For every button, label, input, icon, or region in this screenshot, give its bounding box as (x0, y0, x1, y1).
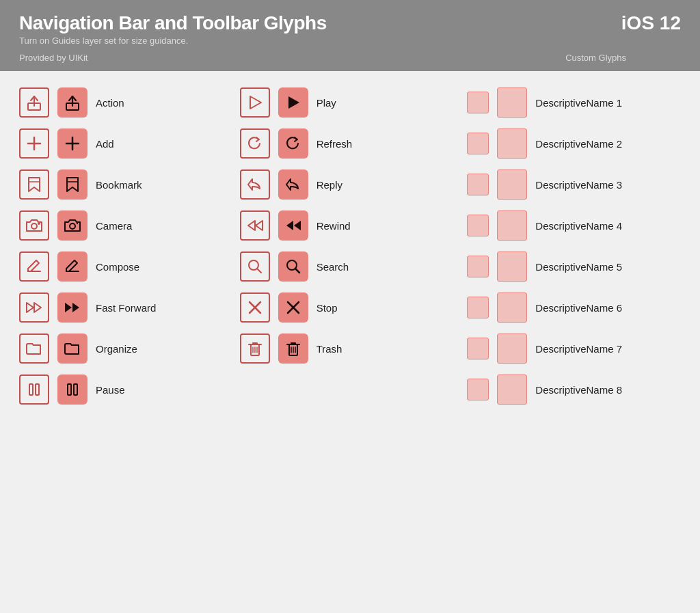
svg-marker-25 (288, 96, 299, 109)
list-item: Search (240, 246, 461, 287)
custom-small-box-3 (467, 174, 489, 195)
bookmark-outline-icon (19, 169, 49, 200)
list-item: DescriptiveName 4 (467, 205, 681, 246)
list-item: Stop (240, 287, 461, 328)
list-item: Refresh (240, 123, 461, 164)
custom-large-box-4 (497, 210, 527, 241)
custom-label-5: DescriptiveName 5 (535, 261, 622, 273)
custom-small-box-6 (467, 297, 489, 318)
list-item: DescriptiveName 6 (467, 287, 681, 328)
camera-label: Camera (96, 220, 132, 232)
custom-small-box-2 (467, 133, 489, 154)
reply-outline-icon (240, 169, 270, 200)
svg-marker-24 (250, 96, 261, 109)
list-item: Add (19, 123, 240, 164)
custom-small-box-5 (467, 256, 489, 277)
custom-small-box-7 (467, 338, 489, 359)
list-item: Compose (19, 246, 240, 287)
action-outline-icon (19, 87, 49, 118)
fast-forward-filled-icon (57, 292, 88, 323)
provided-by: Provided by UIKit (19, 53, 88, 63)
trash-filled-icon (278, 333, 308, 364)
custom-label-8: DescriptiveName 8 (535, 384, 622, 396)
search-filled-icon (278, 251, 308, 282)
custom-label-6: DescriptiveName 6 (535, 302, 622, 314)
add-label: Add (96, 138, 114, 150)
list-item: Organize (19, 328, 240, 369)
custom-large-box-1 (497, 87, 527, 118)
list-item: Action (19, 82, 240, 123)
list-item: Fast Forward (19, 287, 240, 328)
compose-outline-icon (19, 251, 49, 282)
custom-label-4: DescriptiveName 4 (535, 220, 622, 232)
add-outline-icon (19, 128, 49, 159)
list-item: DescriptiveName 8 (467, 369, 681, 410)
custom-large-box-2 (497, 128, 527, 159)
svg-marker-26 (248, 221, 255, 230)
bookmark-filled-icon (57, 169, 88, 200)
column-2: Play R (240, 82, 461, 410)
compose-label: Compose (96, 261, 139, 273)
custom-small-box-8 (467, 379, 489, 400)
svg-marker-19 (72, 303, 79, 312)
custom-small-box-1 (467, 92, 489, 113)
rewind-outline-icon (240, 210, 270, 241)
svg-line-31 (257, 269, 261, 273)
action-label: Action (96, 97, 124, 109)
svg-point-12 (70, 223, 75, 229)
refresh-filled-icon (278, 128, 308, 159)
svg-marker-27 (256, 221, 262, 230)
custom-large-box-7 (497, 333, 527, 364)
content: Action (0, 71, 700, 424)
search-label: Search (317, 261, 349, 273)
fast-forward-label: Fast Forward (96, 302, 156, 314)
page: Navigation Bar and Toolbar Glyphs iOS 12… (0, 0, 700, 424)
custom-large-box-8 (497, 374, 527, 405)
svg-rect-23 (74, 384, 77, 395)
fast-forward-outline-icon (19, 292, 49, 323)
rewind-filled-icon (278, 210, 308, 241)
list-item: Trash (240, 328, 461, 369)
trash-outline-icon (240, 333, 270, 364)
organize-filled-icon (57, 333, 88, 364)
play-label: Play (317, 97, 336, 109)
stop-outline-icon (240, 292, 270, 323)
list-item: DescriptiveName 7 (467, 328, 681, 369)
add-filled-icon (57, 128, 88, 159)
custom-label-7: DescriptiveName 7 (535, 343, 622, 355)
list-item: Rewind (240, 205, 461, 246)
list-item: Bookmark (19, 164, 240, 205)
reply-label: Reply (317, 179, 342, 191)
pause-label: Pause (96, 384, 125, 396)
list-item: Reply (240, 164, 461, 205)
list-item: Pause (19, 369, 240, 410)
stop-filled-icon (278, 292, 308, 323)
svg-point-13 (77, 223, 78, 224)
organize-label: Organize (96, 343, 137, 355)
custom-small-box-4 (467, 215, 489, 236)
list-item: DescriptiveName 2 (467, 123, 681, 164)
column-1: Action (19, 82, 240, 410)
custom-large-box-3 (497, 169, 527, 200)
refresh-outline-icon (240, 128, 270, 159)
svg-point-11 (38, 223, 40, 224)
pause-filled-icon (57, 374, 88, 405)
custom-label-3: DescriptiveName 3 (535, 179, 622, 191)
refresh-label: Refresh (317, 138, 353, 150)
svg-rect-20 (29, 384, 33, 395)
pause-outline-icon (19, 374, 49, 405)
camera-filled-icon (57, 210, 88, 241)
play-outline-icon (240, 87, 270, 118)
svg-rect-21 (36, 384, 39, 395)
list-item: DescriptiveName 5 (467, 246, 681, 287)
stop-label: Stop (317, 302, 338, 314)
ios-label: iOS 12 (621, 12, 681, 34)
reply-filled-icon (278, 169, 308, 200)
camera-outline-icon (19, 210, 49, 241)
list-item: Play (240, 82, 461, 123)
search-outline-icon (240, 251, 270, 282)
subtitle: Turn on Guides layer set for size guidan… (19, 36, 681, 46)
list-item: DescriptiveName 3 (467, 164, 681, 205)
custom-glyphs-label: Custom Glyphs (565, 53, 626, 63)
custom-large-box-6 (497, 292, 527, 323)
